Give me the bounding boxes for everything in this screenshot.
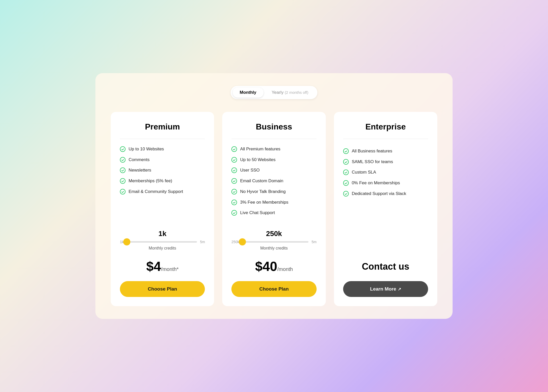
svg-point-12: [343, 149, 348, 154]
check-icon: [231, 178, 237, 184]
premium-period: /month: [161, 266, 177, 272]
svg-point-4: [120, 189, 125, 194]
business-slider-max: 5m: [312, 240, 316, 244]
premium-asterisk: *: [177, 266, 179, 272]
check-icon: [120, 167, 126, 173]
yearly-label: Yearly: [272, 90, 284, 95]
enterprise-plan-card: Enterprise All Business features SAML SS…: [334, 112, 437, 306]
check-icon: [231, 200, 237, 205]
list-item: 3% Fee on Memberships: [231, 199, 316, 205]
business-price: $40: [255, 259, 277, 274]
premium-price-section: $4/month*: [120, 259, 205, 274]
yearly-toggle[interactable]: Yearly (2 months off): [265, 87, 316, 98]
svg-point-13: [343, 159, 348, 164]
list-item: Memberships (5% fee): [120, 178, 205, 184]
business-slider-min: 250k: [231, 240, 239, 244]
premium-slider-thumb[interactable]: [123, 238, 130, 245]
feature-text: Live Chat Support: [240, 210, 275, 216]
svg-point-11: [232, 210, 237, 215]
monthly-toggle[interactable]: Monthly: [233, 87, 264, 98]
feature-text: Custom SLA: [352, 169, 376, 175]
business-plan-title: Business: [231, 122, 316, 139]
premium-credits-label: Monthly credits: [120, 246, 205, 251]
feature-text: Comments: [129, 157, 150, 163]
svg-point-8: [232, 178, 237, 184]
feature-text: SAML SSO for teams: [352, 159, 393, 165]
feature-text: All Premium features: [240, 146, 280, 152]
business-credits-label: Monthly credits: [231, 246, 316, 251]
check-icon: [120, 189, 126, 194]
feature-text: No Hyvor Talk Branding: [240, 189, 285, 195]
svg-point-9: [232, 189, 237, 194]
premium-slider-row: 1k 5m: [120, 240, 205, 244]
feature-text: Up to 10 Websites: [129, 146, 164, 152]
feature-text: 3% Fee on Memberships: [240, 199, 288, 205]
check-icon: [231, 157, 237, 163]
enterprise-placeholder: Contact us Learn More↗: [343, 227, 428, 297]
premium-price: $4: [146, 259, 161, 274]
enterprise-plan-title: Enterprise: [343, 122, 428, 139]
list-item: Newsletters: [120, 167, 205, 173]
list-item: All Premium features: [231, 146, 316, 152]
business-slider-row: 250k 5m: [231, 240, 316, 244]
check-icon: [343, 159, 349, 165]
business-choose-plan-button[interactable]: Choose Plan: [231, 281, 316, 297]
business-slider-track[interactable]: [242, 241, 309, 243]
list-item: User SSO: [231, 167, 316, 173]
enterprise-features-list: All Business features SAML SSO for teams…: [343, 148, 428, 218]
pricing-container: Monthly Yearly (2 months off) Premium Up…: [95, 73, 453, 319]
premium-choose-plan-button[interactable]: Choose Plan: [120, 281, 205, 297]
svg-point-3: [120, 178, 125, 184]
business-slider-thumb[interactable]: [239, 238, 246, 245]
svg-point-0: [120, 147, 125, 152]
list-item: Comments: [120, 157, 205, 163]
business-slider-section: 250k 250k 5m Monthly credits: [231, 230, 316, 251]
feature-text: Email Custom Domain: [240, 178, 283, 184]
svg-point-15: [343, 180, 348, 186]
list-item: Dedicated Support via Slack: [343, 191, 428, 197]
feature-text: Up to 50 Websites: [240, 157, 276, 163]
feature-text: Memberships (5% fee): [129, 178, 172, 184]
check-icon: [231, 189, 237, 194]
premium-slider-section: 1k 1k 5m Monthly credits: [120, 230, 205, 251]
list-item: Up to 10 Websites: [120, 146, 205, 152]
check-icon: [120, 157, 126, 163]
check-icon: [231, 210, 237, 216]
feature-text: All Business features: [352, 148, 392, 154]
check-icon: [343, 148, 349, 154]
enterprise-learn-more-button[interactable]: Learn More↗: [343, 281, 428, 297]
list-item: Live Chat Support: [231, 210, 316, 216]
premium-plan-title: Premium: [120, 122, 205, 139]
premium-slider-track[interactable]: [127, 241, 197, 243]
business-slider-value: 250k: [231, 230, 316, 238]
check-icon: [343, 180, 349, 186]
list-item: Email & Community Support: [120, 189, 205, 195]
feature-text: Dedicated Support via Slack: [352, 191, 406, 197]
feature-text: User SSO: [240, 167, 260, 173]
list-item: SAML SSO for teams: [343, 159, 428, 165]
svg-point-10: [232, 200, 237, 205]
list-item: No Hyvor Talk Branding: [231, 189, 316, 195]
check-icon: [343, 191, 349, 197]
feature-text: 0% Fee on Memberships: [352, 180, 400, 186]
svg-point-16: [343, 191, 348, 196]
check-icon: [120, 178, 126, 184]
svg-point-1: [120, 157, 125, 162]
premium-plan-card: Premium Up to 10 Websites Comments: [111, 112, 214, 306]
check-icon: [231, 167, 237, 173]
svg-point-14: [343, 170, 348, 175]
check-icon: [343, 169, 349, 175]
svg-point-6: [232, 157, 237, 162]
learn-more-label: Learn More: [370, 286, 396, 292]
business-period: /month: [277, 266, 293, 272]
list-item: All Business features: [343, 148, 428, 154]
toggle-pill: Monthly Yearly (2 months off): [231, 86, 318, 99]
check-icon: [120, 146, 126, 152]
feature-text: Email & Community Support: [129, 189, 183, 195]
business-price-section: $40/month: [231, 259, 316, 274]
premium-slider-max: 5m: [200, 240, 205, 244]
yearly-note: (2 months off): [285, 90, 308, 95]
billing-toggle: Monthly Yearly (2 months off): [111, 86, 437, 99]
feature-text: Newsletters: [129, 167, 151, 173]
business-plan-card: Business All Premium features Up to 50 W…: [222, 112, 326, 306]
